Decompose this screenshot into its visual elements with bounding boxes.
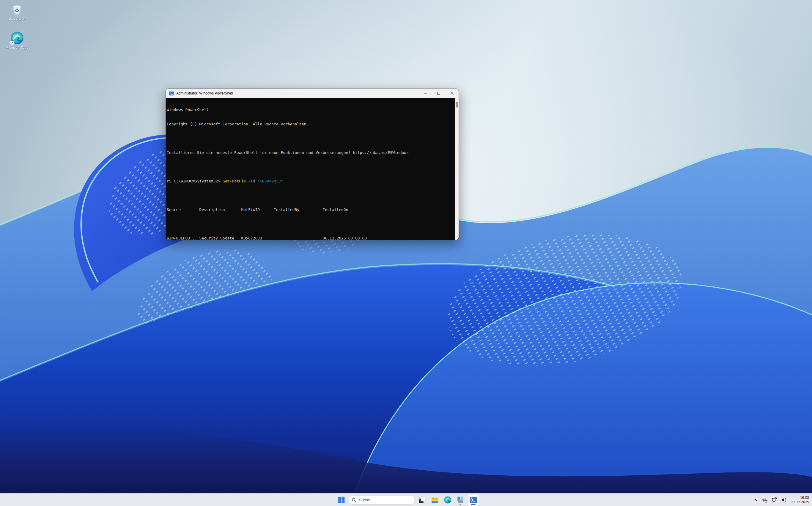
taskbar: 16:03 21.12.2025 [0,493,812,506]
window-title: Administrator: Windows PowerShell [176,91,416,95]
close-button[interactable] [445,89,459,98]
terminal-line: Windows PowerShell [167,107,455,112]
volume-button[interactable] [781,497,787,503]
folder-icon [431,496,439,504]
desktop-icon-label: Microsoft Edge [6,46,28,50]
terminal-line: Installieren Sie die neueste PowerShell … [167,150,455,155]
terminal-output: Windows PowerShell Copyright (C) Microso… [167,98,455,240]
file-explorer-button[interactable] [429,494,440,506]
wallpaper-image [0,0,812,506]
recycle-bin-icon [10,3,24,16]
windows-start-icon [338,496,345,504]
maximize-button[interactable] [432,89,445,98]
powershell-window: Administrator: Windows PowerShell Window… [166,89,459,240]
clock-time: 16:03 [791,496,809,500]
tray-status-button[interactable] [761,497,768,504]
task-view-button[interactable] [416,494,428,506]
system-tray: 16:03 21.12.2025 [752,494,809,506]
powershell-button[interactable] [468,494,479,506]
close-icon [450,91,454,95]
terminal-viewport[interactable]: Windows PowerShell Copyright (C) Microso… [166,98,459,240]
desktop-icon-label: Papierkorb [9,17,25,21]
running-indicator [460,504,461,505]
window-titlebar[interactable]: Administrator: Windows PowerShell [166,89,459,98]
command-line: PS C:\WINDOWS\system32> Get-HotFix -Id "… [167,179,455,184]
maximize-icon [437,91,440,95]
start-button[interactable] [336,494,347,506]
chevron-up-icon [753,498,757,502]
task-view-icon [418,496,426,504]
taskbar-clock[interactable]: 16:03 21.12.2025 [791,496,809,504]
network-button[interactable] [771,497,778,503]
taskbar-search [348,496,415,505]
command-parameter: -Id [246,179,255,183]
terminal-scrollbar[interactable] [455,98,459,240]
network-icon [772,497,777,502]
desktop-icon-edge[interactable]: Microsoft Edge [3,30,30,50]
volume-icon [782,497,787,502]
table-header: Source Description HotFixID InstalledBy … [167,207,455,212]
powershell-icon [169,91,174,96]
desktop: { "desktop": { "icons": [ { "label": "Pa… [0,0,812,506]
edge-button[interactable] [442,494,453,506]
hidden-icons-button[interactable] [752,497,758,503]
scrollbar-thumb[interactable] [456,102,458,107]
powershell-icon [469,496,477,504]
table-separator: ------ ----------- -------- ----------- … [167,222,455,227]
tray-status-icon [762,497,767,503]
windows-tools-icon [457,496,464,504]
command-name: Get-HotFix [223,179,246,183]
active-window-indicator [471,504,476,505]
minimize-button[interactable] [418,89,432,98]
edge-icon [444,496,452,504]
search-input[interactable] [348,496,415,505]
terminal-line: Copyright (C) Microsoft Corporation. All… [167,122,455,126]
windows-tools-button[interactable] [455,494,466,506]
desktop-icon-recycle-bin[interactable]: Papierkorb [3,2,30,21]
command-argument: "KB5072033" [255,179,283,183]
shortcut-arrow-icon [10,41,14,45]
taskbar-center-group [336,494,479,506]
search-icon [351,498,356,502]
clock-date: 21.12.2025 [791,500,809,505]
prompt-text: PS C:\WINDOWS\system32> [167,179,223,183]
table-row: WIN-60EHO3... Security Update KB5072033 … [167,236,455,240]
minimize-icon [423,91,427,95]
